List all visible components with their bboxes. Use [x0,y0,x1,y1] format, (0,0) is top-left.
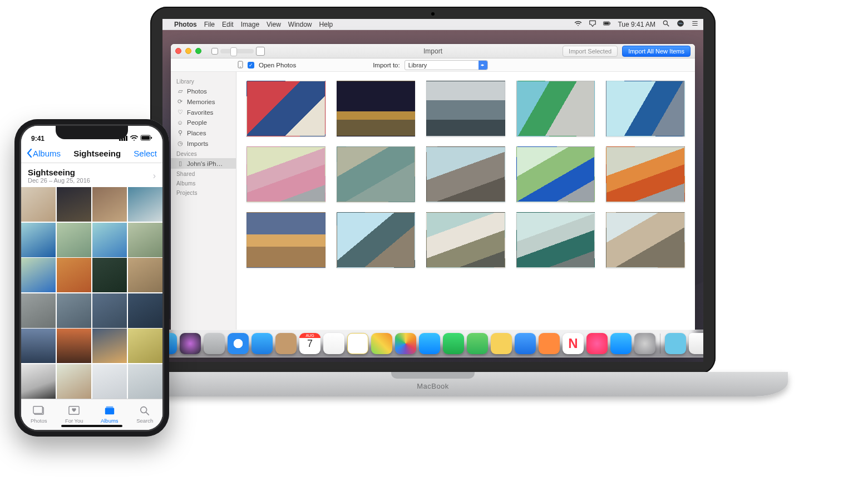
photo-thumbnail[interactable] [128,293,162,328]
import-thumbnail[interactable] [606,212,685,268]
siri-icon[interactable] [677,19,684,29]
tab-search[interactable]: Search [127,399,163,430]
album-header-row[interactable]: Sightseeing Dec 26 – Aug 25, 2016 › [21,163,162,187]
nav-select-button[interactable]: Select [134,149,157,158]
photo-thumbnail[interactable] [92,329,127,363]
thumbnail-size-large-icon[interactable] [256,47,265,56]
dock-keynote-icon[interactable] [491,333,512,354]
import-thumbnail[interactable] [337,81,416,136]
window-minimize-button[interactable] [185,48,191,54]
tab-photos[interactable]: Photos [21,399,57,430]
photo-thumbnail[interactable] [57,329,91,363]
menubar-clock[interactable]: Tue 9:41 AM [618,21,655,28]
dock-mail-icon[interactable] [251,333,273,354]
photo-thumbnail[interactable] [57,364,91,399]
photo-thumbnail[interactable] [57,187,91,222]
photo-thumbnail[interactable] [57,258,91,292]
import-thumbnail[interactable] [516,212,595,268]
dock-maps-icon[interactable] [371,333,392,354]
dock-numbers-icon[interactable] [467,333,488,354]
import-thumbnail[interactable] [337,212,416,268]
photo-thumbnail[interactable] [92,364,127,399]
home-indicator[interactable] [61,425,122,427]
sidebar-item-people[interactable]: ☺People [171,117,236,128]
menubar-file[interactable]: File [204,21,215,28]
photo-thumbnail[interactable] [128,258,162,292]
window-titlebar[interactable]: Import Import Selected Import All New It… [171,44,695,58]
dock-photos-icon[interactable] [395,333,416,354]
nav-back-button[interactable]: Albums [27,149,61,158]
photo-thumbnail[interactable] [128,364,162,399]
albums-tab-icon [103,405,116,416]
dock-siri-icon[interactable] [180,333,201,354]
photo-thumbnail[interactable] [21,364,56,399]
wifi-icon[interactable] [574,19,582,29]
photo-thumbnail[interactable] [128,187,162,222]
photo-thumbnail[interactable] [57,293,91,328]
dock-pages-icon[interactable] [515,333,536,354]
thumbnail-size-slider[interactable] [220,49,254,53]
dock-systemprefs-icon[interactable] [634,333,655,354]
photo-thumbnail[interactable] [21,223,56,257]
import-thumbnail[interactable] [516,146,595,202]
sidebar-item-places[interactable]: ⚲Places [171,128,236,138]
import-thumbnail[interactable] [606,81,685,136]
sidebar-item-favorites[interactable]: ♡Favorites [171,107,236,117]
dock-notes-icon[interactable] [347,333,368,354]
import-thumbnail[interactable] [246,146,326,202]
spotlight-icon[interactable] [662,19,670,29]
sidebar-item-imports[interactable]: ◷Imports [171,138,236,149]
photo-thumbnail[interactable] [21,258,56,292]
airplay-icon[interactable] [589,19,596,29]
photo-thumbnail[interactable] [21,329,56,363]
import-thumbnail[interactable] [246,212,326,268]
photo-thumbnail[interactable] [92,293,127,328]
sidebar-item-photos[interactable]: ▱Photos [171,86,236,96]
battery-icon[interactable] [603,19,611,29]
import-all-button[interactable]: Import All New Items [622,46,691,57]
sidebar-item-memories[interactable]: ⟳Memories [171,96,236,107]
thumbnail-size-small-icon[interactable] [211,48,218,55]
photo-thumbnail[interactable] [21,293,56,328]
import-thumbnail[interactable] [426,212,505,268]
dock-launchpad-icon[interactable] [204,333,225,354]
photo-thumbnail[interactable] [128,329,162,363]
import-thumbnail[interactable] [516,81,595,136]
dock-appstore-icon[interactable] [610,333,632,354]
dock-reminders-icon[interactable] [323,333,344,354]
dock-contacts-icon[interactable] [275,333,297,354]
menubar-help[interactable]: Help [319,21,333,28]
import-thumbnail[interactable] [426,81,505,136]
menubar-window[interactable]: Window [288,21,312,28]
photo-thumbnail[interactable] [128,223,162,257]
import-thumbnail[interactable] [426,146,505,202]
dock-safari-icon[interactable] [228,333,249,354]
import-to-select[interactable]: Library [405,60,488,70]
dock-trash-icon[interactable] [689,333,703,354]
dock-itunes-icon[interactable] [586,333,608,354]
photo-thumbnail[interactable] [57,223,91,257]
photo-thumbnail[interactable] [92,258,127,292]
open-photos-checkbox[interactable]: ✓ [248,62,254,68]
sidebar-item-device-johns-iphone[interactable]: ▯John's iPh… [171,158,236,169]
dock-calendar-icon[interactable]: AUG 7 [299,333,320,354]
dock-downloads-icon[interactable] [665,333,686,354]
menubar-image[interactable]: Image [241,21,259,28]
dock-messages-icon[interactable] [419,333,440,354]
menubar-edit[interactable]: Edit [222,21,234,28]
photo-thumbnail[interactable] [92,223,127,257]
import-selected-button[interactable]: Import Selected [563,46,618,57]
photo-thumbnail[interactable] [21,187,56,222]
menubar-view[interactable]: View [267,21,281,28]
dock-facetime-icon[interactable] [443,333,464,354]
dock-garageband-icon[interactable] [539,333,560,354]
window-close-button[interactable] [175,48,181,54]
notification-center-icon[interactable] [691,19,699,29]
import-thumbnail[interactable] [606,146,685,202]
import-thumbnail[interactable] [337,146,416,202]
import-thumbnail[interactable] [246,81,326,136]
menubar-app-name[interactable]: Photos [174,21,197,28]
window-fullscreen-button[interactable] [195,48,201,54]
dock-news-icon[interactable]: N [563,333,584,354]
photo-thumbnail[interactable] [92,187,127,222]
